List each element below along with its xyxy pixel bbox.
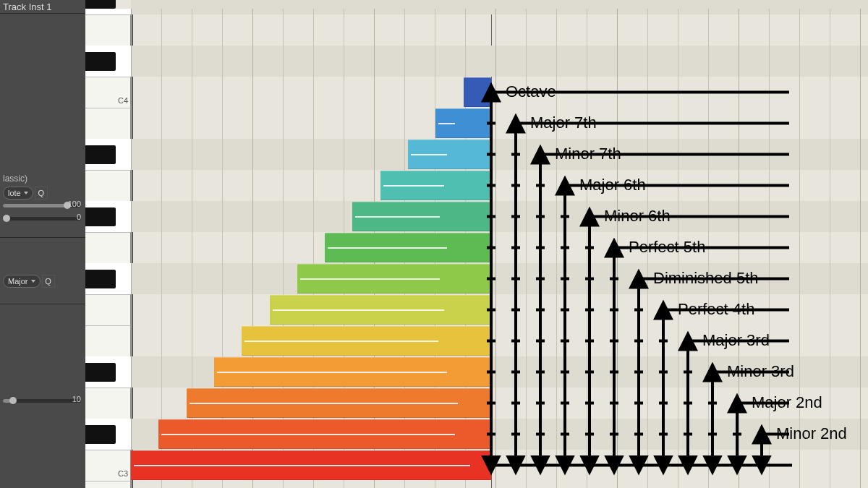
interval-label: Octave xyxy=(506,82,556,101)
interval-label: Diminished 5th xyxy=(653,269,759,288)
second-slider[interactable] xyxy=(3,217,81,221)
interval-label: Major 3rd xyxy=(702,331,770,350)
black-key[interactable] xyxy=(85,207,116,226)
black-key[interactable] xyxy=(85,425,116,444)
grid-row xyxy=(131,139,868,170)
grid-row xyxy=(131,0,868,14)
gate-value: 10 xyxy=(72,395,81,403)
quantize-button[interactable]: Q xyxy=(35,187,48,200)
grid-row xyxy=(131,46,868,77)
grid-line xyxy=(860,9,861,488)
midi-note[interactable] xyxy=(408,140,491,169)
midi-note[interactable] xyxy=(297,264,491,294)
interval-label: Major 7th xyxy=(530,114,597,132)
midi-note[interactable] xyxy=(131,450,491,480)
midi-note[interactable] xyxy=(270,295,491,325)
grid-line xyxy=(799,9,800,488)
grid-row xyxy=(131,77,868,108)
second-value: 0 xyxy=(77,213,81,221)
interval-label: Minor 6th xyxy=(604,207,671,226)
grid-row xyxy=(131,232,868,263)
divider xyxy=(0,13,85,14)
grid-line xyxy=(708,9,709,488)
midi-note[interactable] xyxy=(214,357,491,387)
scale-mode-value: Major xyxy=(8,277,28,286)
grid-line xyxy=(587,9,587,488)
black-key[interactable] xyxy=(85,270,116,288)
scale-mode-dropdown[interactable]: Major xyxy=(3,275,41,288)
divider xyxy=(0,237,85,238)
midi-note[interactable] xyxy=(464,77,491,107)
midi-note[interactable] xyxy=(187,388,491,418)
grid-line xyxy=(617,9,618,488)
grid-line xyxy=(769,9,770,488)
piano-roll-grid[interactable] xyxy=(131,9,868,488)
grid-row xyxy=(131,294,868,325)
white-key[interactable] xyxy=(85,14,131,46)
section-title-classic: lassic) xyxy=(3,174,27,184)
black-key[interactable] xyxy=(85,363,116,382)
grid-row xyxy=(131,481,868,488)
grid-line xyxy=(131,9,132,488)
interval-label: Minor 3rd xyxy=(727,362,794,381)
interval-label: Perfect 4th xyxy=(678,300,754,319)
grid-row xyxy=(131,108,868,139)
interval-label: Perfect 5th xyxy=(629,238,705,257)
grid-line xyxy=(526,9,527,488)
grid-line xyxy=(495,9,496,488)
grid-row xyxy=(131,201,868,232)
grid-line xyxy=(830,9,830,488)
midi-note[interactable] xyxy=(158,419,491,449)
key-label-c4: C4 xyxy=(118,96,128,487)
quantize-mode-value: lote xyxy=(8,189,21,197)
velocity-value: 100 xyxy=(68,200,81,208)
grid-line xyxy=(556,9,557,488)
black-key[interactable] xyxy=(85,145,116,164)
interval-label: Minor 7th xyxy=(555,145,621,163)
track-name-label: Track Inst 1 xyxy=(3,1,51,12)
midi-note[interactable] xyxy=(352,202,491,231)
inspector-sidebar: Track Inst 1 lassic) lote Q 100 0 Major … xyxy=(0,0,85,488)
black-key[interactable] xyxy=(85,52,116,71)
divider xyxy=(0,304,85,304)
grid-row xyxy=(131,170,868,201)
midi-note[interactable] xyxy=(242,326,491,356)
grid-line xyxy=(739,9,739,488)
interval-label: Major 6th xyxy=(579,176,646,194)
midi-note[interactable] xyxy=(380,171,491,200)
scale-quantize-button[interactable]: Q xyxy=(42,275,55,288)
piano-keyboard[interactable]: C3C4 xyxy=(85,9,131,488)
interval-label: Minor 2nd xyxy=(776,424,847,443)
interval-label: Major 2nd xyxy=(752,393,822,412)
black-key[interactable] xyxy=(85,0,116,9)
gate-slider[interactable] xyxy=(3,399,81,403)
grid-line xyxy=(161,9,162,488)
midi-note[interactable] xyxy=(435,108,491,138)
midi-note[interactable] xyxy=(325,233,491,262)
grid-row xyxy=(131,14,868,46)
quantize-mode-dropdown[interactable]: lote xyxy=(3,187,33,200)
